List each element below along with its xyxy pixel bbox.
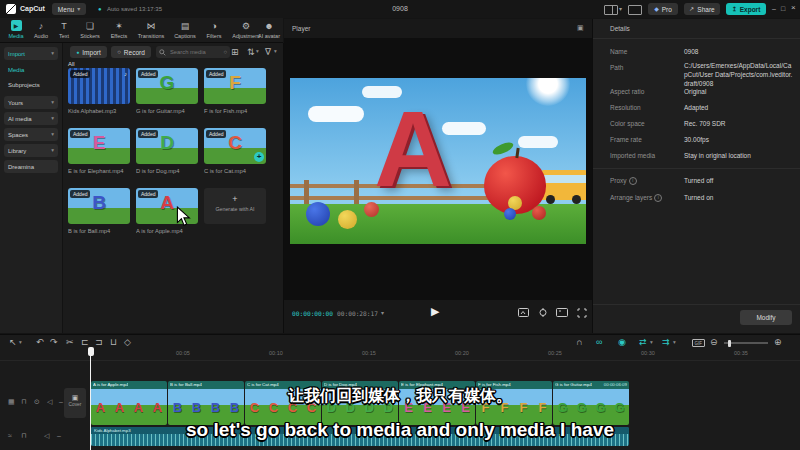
tab-effects[interactable]: ✶ Effects bbox=[105, 20, 133, 39]
media-item-guitar[interactable]: G Added bbox=[136, 68, 198, 104]
select-tool-caret-icon[interactable]: ▾ bbox=[19, 340, 22, 346]
add-to-timeline-button[interactable]: + bbox=[254, 152, 264, 162]
fullscreen-icon[interactable] bbox=[577, 308, 587, 318]
zoom-in-icon[interactable]: ⊕ bbox=[774, 338, 782, 347]
search-scope-icon[interactable]: ○ bbox=[223, 49, 227, 55]
tab-stickers[interactable]: ❏ Stickers bbox=[75, 20, 105, 39]
grid-view-icon[interactable]: ⊞ bbox=[231, 48, 239, 57]
sidebar-item-yours[interactable]: Yours ▾ bbox=[4, 96, 58, 109]
undo-icon[interactable]: ↶ bbox=[36, 338, 44, 347]
tab-captions[interactable]: ▤ Captions bbox=[169, 20, 201, 39]
sidebar-item-ai-media[interactable]: AI media ▾ bbox=[4, 112, 58, 125]
capcut-window: CapCut Menu▾ ● Auto saved 13:17:35 0908 … bbox=[0, 0, 800, 450]
media-item-elephant[interactable]: E Added bbox=[68, 128, 130, 164]
preview-axis-caret-icon[interactable]: ▾ bbox=[673, 340, 676, 346]
sidebar-item-library[interactable]: Library ▾ bbox=[4, 144, 58, 157]
media-filter-all[interactable]: All bbox=[68, 61, 75, 67]
panel-toggle-icon[interactable] bbox=[628, 5, 642, 15]
layout-panel-icon[interactable] bbox=[604, 5, 618, 15]
sidebar-item-subprojects[interactable]: Subprojects bbox=[8, 82, 40, 88]
sort-icon[interactable]: ⇅ bbox=[247, 48, 255, 57]
pro-button[interactable]: ◆ Pro bbox=[648, 3, 678, 15]
ruler-label: 00:30 bbox=[641, 350, 655, 356]
media-item-audio[interactable]: Added ♪ bbox=[68, 68, 130, 104]
menu-button[interactable]: Menu▾ bbox=[52, 3, 86, 15]
close-button[interactable]: × bbox=[791, 4, 796, 12]
ratio-icon[interactable] bbox=[556, 308, 568, 317]
player-expand-icon[interactable]: ▣ bbox=[577, 24, 584, 31]
info-icon: i bbox=[629, 177, 637, 185]
search-input[interactable] bbox=[168, 48, 221, 56]
tab-filters[interactable]: ◑ Filters bbox=[201, 20, 227, 39]
sidebar-item-spaces[interactable]: Spaces ▾ bbox=[4, 128, 58, 141]
playhead-handle[interactable] bbox=[88, 347, 94, 356]
text-tab-label: Text bbox=[59, 33, 69, 39]
export-button[interactable]: ↥ Export bbox=[726, 3, 766, 15]
ball-red-right bbox=[532, 206, 546, 220]
magnet-icon[interactable]: ∩ bbox=[576, 338, 582, 347]
search-box[interactable]: ○ bbox=[156, 46, 230, 58]
delete-right-icon[interactable]: ⊐ bbox=[95, 338, 103, 347]
preview-axis-icon[interactable]: ⇉ bbox=[662, 338, 670, 347]
tab-text[interactable]: T Text bbox=[53, 20, 75, 39]
media-item-dog[interactable]: D Added bbox=[136, 128, 198, 164]
delete-left-icon[interactable]: ⊏ bbox=[81, 338, 89, 347]
chevron-down-icon: ▾ bbox=[77, 6, 80, 12]
media-item-label: F is for Fish.mp4 bbox=[204, 108, 266, 114]
minimize-button[interactable]: – bbox=[772, 5, 776, 12]
tab-ai-avatar[interactable]: ☻ AI avatar bbox=[255, 20, 283, 39]
zoom-out-icon[interactable]: ⊖ bbox=[710, 338, 718, 347]
school-bus bbox=[540, 170, 586, 200]
generate-with-ai-tile[interactable]: + Generate with AI bbox=[204, 188, 266, 224]
timeline-zoom-slider[interactable] bbox=[724, 342, 768, 344]
detail-label-name: Name bbox=[610, 48, 627, 55]
sidebar-item-dreamina[interactable]: Dreamina bbox=[4, 160, 58, 173]
pro-label: Pro bbox=[662, 6, 672, 13]
media-item-ball[interactable]: B Added bbox=[68, 188, 130, 224]
auto-ripple-caret-icon[interactable]: ▾ bbox=[650, 340, 653, 346]
modify-button[interactable]: Modify bbox=[740, 310, 792, 325]
media-item-fish[interactable]: F Added bbox=[204, 68, 266, 104]
import-button[interactable]: ● Import bbox=[70, 46, 107, 58]
ruler-label: 00:10 bbox=[269, 350, 283, 356]
auto-ripple-icon[interactable]: ⇄ bbox=[639, 338, 647, 347]
filter-icon[interactable]: ∇ bbox=[265, 48, 271, 57]
preview-quality-icon[interactable] bbox=[518, 308, 529, 317]
sidebar-item-import[interactable]: Import ▾ bbox=[4, 47, 58, 60]
bus-wheel bbox=[546, 195, 555, 204]
motion-focus-icon[interactable] bbox=[538, 308, 548, 317]
redo-icon[interactable]: ↷ bbox=[50, 338, 58, 347]
main-track-magnet-icon[interactable]: ◉ bbox=[618, 338, 626, 347]
mirror-icon[interactable]: ◇ bbox=[124, 338, 131, 347]
tab-audio[interactable]: ♪ Audio bbox=[29, 20, 53, 39]
record-button[interactable]: ○ Record bbox=[111, 46, 151, 58]
sidebar-item-media[interactable]: Media bbox=[8, 67, 24, 73]
info-icon: i bbox=[654, 194, 662, 202]
export-label: Export bbox=[740, 6, 761, 13]
select-tool-icon[interactable]: ↖ bbox=[9, 338, 17, 347]
detail-label-arrange-layers: Arrange layersi bbox=[610, 194, 662, 202]
video-preview[interactable]: A bbox=[290, 78, 586, 244]
media-item-cat[interactable]: C Added + bbox=[204, 128, 266, 164]
tab-media[interactable]: ▶ Media bbox=[3, 20, 29, 39]
sidebar-yours-label: Yours bbox=[8, 100, 23, 106]
delete-icon[interactable]: ⊔ bbox=[110, 338, 117, 347]
share-button[interactable]: ↗ Share bbox=[684, 3, 720, 15]
music-note-icon: ♪ bbox=[124, 71, 127, 77]
zoom-slider-handle[interactable] bbox=[728, 340, 731, 347]
layout-caret-icon[interactable]: ▾ bbox=[619, 6, 622, 12]
gif-icon[interactable]: GIF bbox=[692, 339, 705, 347]
timeline-ruler[interactable] bbox=[0, 348, 800, 361]
tab-transitions[interactable]: ⋈ Transitions bbox=[133, 20, 169, 39]
maximize-button[interactable]: □ bbox=[781, 5, 785, 12]
split-icon[interactable]: ✂ bbox=[66, 338, 74, 347]
details-footer-divider bbox=[593, 304, 800, 305]
play-button[interactable]: ▶ bbox=[431, 306, 439, 317]
media-item-label: Kids Alphabet.mp3 bbox=[68, 108, 130, 114]
share-label: Share bbox=[697, 6, 714, 13]
filter-caret-icon[interactable]: ▾ bbox=[274, 49, 277, 55]
link-icon[interactable]: ∞ bbox=[596, 338, 602, 347]
duration-caret-icon[interactable]: ▾ bbox=[381, 310, 384, 316]
sort-caret-icon[interactable]: ▾ bbox=[256, 49, 259, 55]
filters-tab-label: Filters bbox=[207, 33, 222, 39]
